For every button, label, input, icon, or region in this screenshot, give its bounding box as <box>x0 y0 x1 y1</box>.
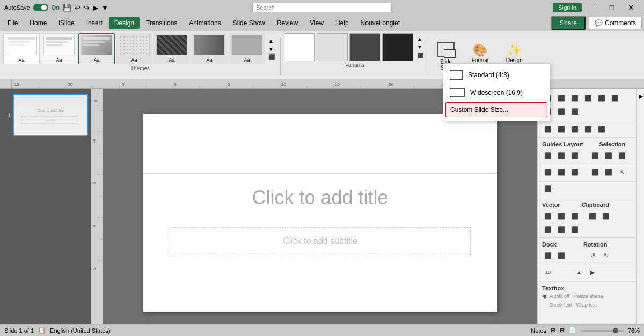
variant-3[interactable] <box>349 33 380 61</box>
zoom-thumb[interactable] <box>613 328 618 333</box>
menu-design[interactable]: Design <box>109 17 140 29</box>
close-icon[interactable]: ✕ <box>623 0 640 15</box>
distribute-h-icon[interactable]: ⬛ <box>542 123 554 135</box>
flip-right-icon[interactable]: ▶ <box>587 266 598 278</box>
distribute-3-icon[interactable]: ⬛ <box>569 123 581 135</box>
search-input[interactable] <box>252 3 392 12</box>
menu-review[interactable]: Review <box>272 17 303 29</box>
dock-1-icon[interactable]: ⬛ <box>542 250 554 262</box>
scroll-down-icon[interactable]: ▼ <box>267 45 276 53</box>
title-bar-left: AutoSave On 💾 ↩ ↪ ▶ ▼ <box>4 4 108 12</box>
distribute-v-icon[interactable]: ⬛ <box>555 123 567 135</box>
align-center-mid-icon[interactable]: ⬛ <box>596 92 608 104</box>
menu-home[interactable]: Home <box>24 17 52 29</box>
menu-file[interactable]: File <box>2 17 23 29</box>
normal-view-icon[interactable]: ⊞ <box>551 327 555 334</box>
align-center-bot-icon[interactable]: ⬛ <box>555 106 567 117</box>
align-right-bot-icon[interactable]: ⬛ <box>569 106 581 117</box>
guide-4-icon[interactable]: ⬛ <box>542 166 554 178</box>
minimize-icon[interactable]: ─ <box>584 0 601 15</box>
redo-icon[interactable]: ↪ <box>84 4 90 12</box>
guide-6-icon[interactable]: ⬛ <box>569 166 581 178</box>
rotate-cw-icon[interactable]: ↻ <box>600 250 612 262</box>
menu-transitions[interactable]: Transitions <box>141 17 182 29</box>
more-tools-icon[interactable]: ▼ <box>101 4 108 12</box>
zoom-slider[interactable] <box>581 330 624 332</box>
select-4-icon[interactable]: ⬛ <box>589 166 601 178</box>
autofit-radio[interactable] <box>542 294 547 299</box>
guide-3-icon[interactable]: ⬛ <box>569 150 581 161</box>
theme-5[interactable]: Aa <box>153 33 190 64</box>
vector-2-icon[interactable]: ⬛ <box>555 210 567 222</box>
slide-subtitle-placeholder[interactable]: Click to add subtitle <box>170 227 471 255</box>
align-left-mid-icon[interactable]: ⬛ <box>582 92 594 104</box>
notes-button[interactable]: Notes <box>531 327 546 334</box>
panel-collapse[interactable]: ▶ <box>636 89 644 336</box>
variants-more[interactable]: ⬛ <box>416 51 425 59</box>
slide-title-placeholder[interactable]: Click to add title <box>170 170 471 225</box>
select-1-icon[interactable]: ⬛ <box>589 150 601 161</box>
standard-option[interactable]: Standard (4:3) <box>443 66 550 84</box>
flip-h-icon[interactable]: ⬛ <box>582 123 594 135</box>
variant-4[interactable] <box>382 33 413 61</box>
guide-7-icon[interactable]: ⬛ <box>542 183 554 195</box>
undo-icon[interactable]: ↩ <box>75 4 80 12</box>
guide-1-icon[interactable]: ⬛ <box>542 150 554 161</box>
theme-3[interactable]: Aa <box>78 33 115 64</box>
slide-1-thumb[interactable]: Click to add title subtitle <box>13 94 88 136</box>
align-right-top-icon[interactable]: ⬛ <box>569 92 581 104</box>
align-center-top-icon[interactable]: ⬛ <box>555 92 567 104</box>
more-themes-icon[interactable]: ⬛ <box>267 53 276 61</box>
theme-4[interactable]: Aa <box>116 33 152 64</box>
share-button[interactable]: Share <box>551 16 586 30</box>
autosave-toggle[interactable] <box>33 4 48 11</box>
shrink-label: Shrink text <box>549 302 572 308</box>
menu-islide[interactable]: iSlide <box>53 17 79 29</box>
menu-animations[interactable]: Animations <box>184 17 226 29</box>
present-icon[interactable]: ▶ <box>93 4 98 12</box>
save-icon[interactable]: 💾 <box>63 4 71 12</box>
collapse-icon[interactable]: ▶ <box>639 93 643 99</box>
widescreen-option[interactable]: Widescreen (16:9) <box>443 84 550 101</box>
scroll-up-icon[interactable]: ▲ <box>267 37 276 45</box>
comments-button[interactable]: 💬 Comments <box>589 17 642 29</box>
menu-slideshow[interactable]: Slide Show <box>228 17 270 29</box>
flip-up-icon[interactable]: ▲ <box>573 266 585 278</box>
guide-5-icon[interactable]: ⬛ <box>555 166 567 178</box>
variant-1[interactable] <box>284 33 315 61</box>
menu-insert[interactable]: Insert <box>81 17 108 29</box>
align-right-mid-icon[interactable]: ⬛ <box>609 92 621 104</box>
menu-help[interactable]: Help <box>330 17 354 29</box>
dock-angle-icon[interactable]: ±0 <box>542 266 554 278</box>
cursor-icon[interactable]: ↖ <box>616 166 628 178</box>
theme-2[interactable]: Aa <box>41 33 77 64</box>
clipboard-1-icon[interactable]: ⬛ <box>587 210 598 222</box>
vector-1-icon[interactable]: ⬛ <box>542 210 554 222</box>
vector-4-icon[interactable]: ⬛ <box>542 223 554 235</box>
signin-button[interactable]: Sign in <box>553 3 582 12</box>
clipboard-2-icon[interactable]: ⬛ <box>600 210 612 222</box>
flip-v-icon[interactable]: ⬛ <box>596 123 608 135</box>
theme-6[interactable]: Aa <box>191 33 228 64</box>
vector-3-icon[interactable]: ⬛ <box>569 210 581 222</box>
select-2-icon[interactable]: ⬛ <box>603 150 614 161</box>
variant-2[interactable] <box>317 33 348 61</box>
vector-6-icon[interactable]: ⬛ <box>569 223 581 235</box>
menu-view[interactable]: View <box>304 17 329 29</box>
theme-default[interactable]: Aa <box>3 33 40 64</box>
select-3-icon[interactable]: ⬛ <box>616 150 628 161</box>
variants-scroll-down[interactable]: ▼ <box>416 43 425 51</box>
theme-7[interactable]: Aa <box>229 33 265 64</box>
custom-size-option[interactable]: Custom Slide Size... <box>445 102 547 117</box>
dock-2-icon[interactable]: ⬛ <box>555 250 567 262</box>
menu-nouvel-onglet[interactable]: Nouvel onglet <box>355 17 405 29</box>
reading-view-icon[interactable]: 📄 <box>569 327 576 334</box>
guide-2-icon[interactable]: ⬛ <box>555 150 567 161</box>
variants-scroll-up[interactable]: ▲ <box>416 35 425 43</box>
vector-5-icon[interactable]: ⬛ <box>555 223 567 235</box>
rotate-ccw-icon[interactable]: ↺ <box>587 250 598 262</box>
slide-canvas[interactable]: Click to add title Click to add subtitle <box>143 114 497 312</box>
restore-icon[interactable]: □ <box>603 0 620 15</box>
select-5-icon[interactable]: ⬛ <box>603 166 614 178</box>
slide-sorter-icon[interactable]: ⊟ <box>560 327 565 334</box>
